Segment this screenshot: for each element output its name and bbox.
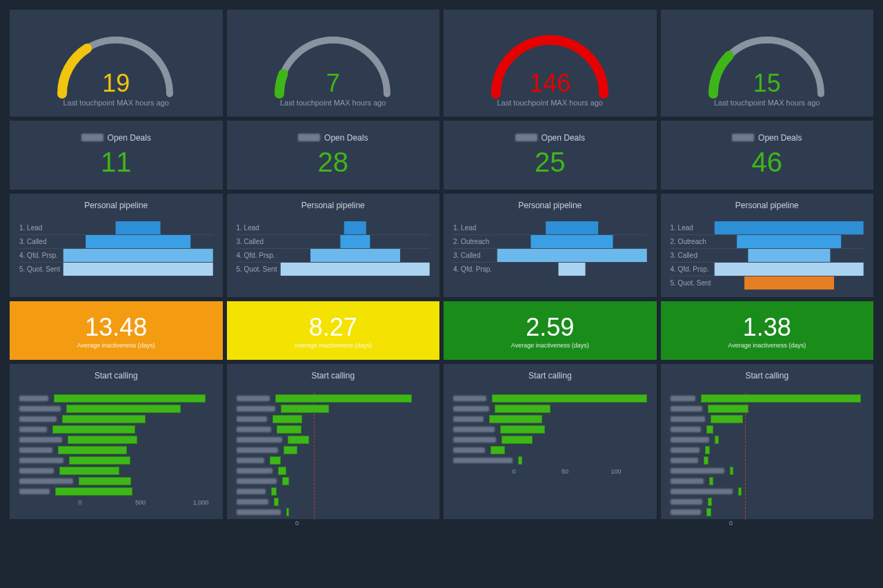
redacted-label — [237, 427, 271, 432]
redacted-label — [671, 489, 733, 494]
inactivity-card-0: 13.48 Average inactiveness (days) — [10, 301, 223, 360]
redacted-label — [19, 458, 63, 463]
redacted-label — [19, 396, 48, 401]
pipeline-stage: 4. Qfd. Prsp. — [671, 263, 864, 276]
redacted-label — [453, 406, 489, 412]
redacted-label — [237, 509, 281, 515]
bar-row — [19, 403, 213, 414]
inactivity-subtitle: Average inactiveness (days) — [511, 342, 589, 349]
redacted-label — [237, 478, 277, 484]
bar-fill — [58, 446, 127, 454]
bar-row — [237, 403, 430, 414]
bar-row — [671, 445, 864, 455]
bar-row — [19, 424, 213, 434]
inactivity-card-1: 8.27 Average inactiveness (days) — [227, 301, 440, 360]
redacted-label — [237, 458, 264, 463]
bar-fill — [270, 456, 281, 465]
deals-title: Open Deals — [298, 133, 368, 143]
pipeline-card-0: Personal pipeline 1. Lead 3. Called 4. Q… — [10, 194, 223, 297]
axis-tick: 0 — [512, 468, 515, 475]
redacted-label — [671, 427, 701, 432]
x-axis: 0 — [731, 520, 864, 529]
bar-row — [453, 434, 647, 445]
gauge-card-3: 15 Last touchpoint MAX hours ago — [661, 10, 874, 116]
redacted-label — [19, 427, 47, 432]
pipeline-bar — [310, 249, 400, 262]
redacted-label — [237, 489, 266, 494]
inactivity-subtitle: Average inactiveness (days) — [294, 342, 372, 349]
bar-row — [19, 486, 213, 496]
redacted-label — [671, 468, 724, 474]
pipeline-card-1: Personal pipeline 1. Lead 3. Called 4. Q… — [227, 194, 440, 297]
deals-value: 28 — [318, 147, 349, 178]
pipeline-bar — [281, 263, 430, 276]
bar-row — [237, 496, 430, 507]
pipeline-stage: 5. Quot. Sent — [19, 263, 213, 276]
pipeline-stage: 3. Called — [453, 249, 647, 263]
redacted-label — [237, 396, 270, 401]
bar-row — [671, 455, 864, 465]
bar-fill — [52, 425, 135, 434]
bar-fill — [286, 508, 290, 516]
pipeline-card-3: Personal pipeline 1. Lead 2. Outreach 3.… — [661, 194, 874, 297]
bar-fill — [490, 446, 505, 454]
pipeline-bar — [531, 235, 613, 248]
bar-fill — [489, 415, 542, 423]
redacted-name — [732, 134, 754, 141]
pipeline-title: Personal pipeline — [671, 201, 864, 210]
inactivity-subtitle: Average inactiveness (days) — [77, 342, 155, 349]
pipeline-bar — [715, 221, 864, 234]
pipeline-stage: 4. Qfd. Prsp. — [19, 249, 213, 263]
deals-value: 46 — [752, 147, 783, 178]
gauge-arc — [698, 25, 836, 101]
axis-tick: 50 — [562, 468, 568, 475]
bar-row — [453, 414, 647, 424]
bar-fill — [709, 477, 714, 485]
deals-value: 25 — [535, 147, 566, 178]
bar-row — [19, 434, 213, 445]
bar-fill — [288, 436, 310, 444]
inactivity-card-2: 2.59 Average inactiveness (days) — [444, 301, 657, 360]
bar-row — [671, 414, 864, 424]
bar-row — [237, 486, 430, 496]
pipeline-bar — [116, 221, 161, 234]
bars-title: Start calling — [671, 371, 864, 381]
bar-fill — [79, 477, 131, 485]
redacted-label — [237, 447, 278, 453]
redacted-label — [237, 416, 267, 422]
pipeline-stage: 1. Lead — [671, 221, 864, 235]
bar-row — [671, 393, 864, 403]
open-deals-card-2: Open Deals 25 — [444, 121, 657, 190]
bar-row — [453, 393, 647, 403]
bar-row — [237, 434, 430, 445]
bar-fill — [281, 405, 329, 413]
bar-fill — [54, 394, 206, 403]
open-deals-card-1: Open Deals 28 — [227, 121, 440, 190]
bar-row — [671, 486, 864, 496]
pipeline-bar — [559, 263, 586, 276]
redacted-label — [237, 406, 275, 412]
bar-fill — [62, 415, 146, 423]
pipeline-stage: 4. Qfd. Prsp. — [237, 249, 430, 263]
pipeline-stage: 1. Lead — [19, 221, 213, 235]
bar-fill — [69, 456, 130, 465]
bar-fill — [502, 436, 533, 444]
open-deals-card-3: Open Deals 46 — [661, 121, 874, 190]
bar-fill — [495, 405, 550, 413]
bar-fill — [278, 467, 287, 475]
pipeline-title: Personal pipeline — [19, 201, 213, 210]
redacted-label — [237, 499, 268, 505]
redacted-label — [671, 396, 695, 401]
axis-tick: 0 — [295, 520, 299, 527]
bar-row — [19, 455, 213, 465]
bar-fill — [518, 456, 522, 465]
bar-fill — [708, 405, 748, 413]
pipeline-stage: 1. Lead — [453, 221, 647, 235]
bar-row — [671, 476, 864, 486]
redacted-label — [671, 478, 704, 484]
bar-row — [19, 393, 213, 403]
bar-fill — [68, 436, 137, 444]
axis-tick: 1,000 — [193, 499, 209, 506]
bar-row — [237, 507, 430, 517]
bar-fill — [271, 487, 277, 496]
